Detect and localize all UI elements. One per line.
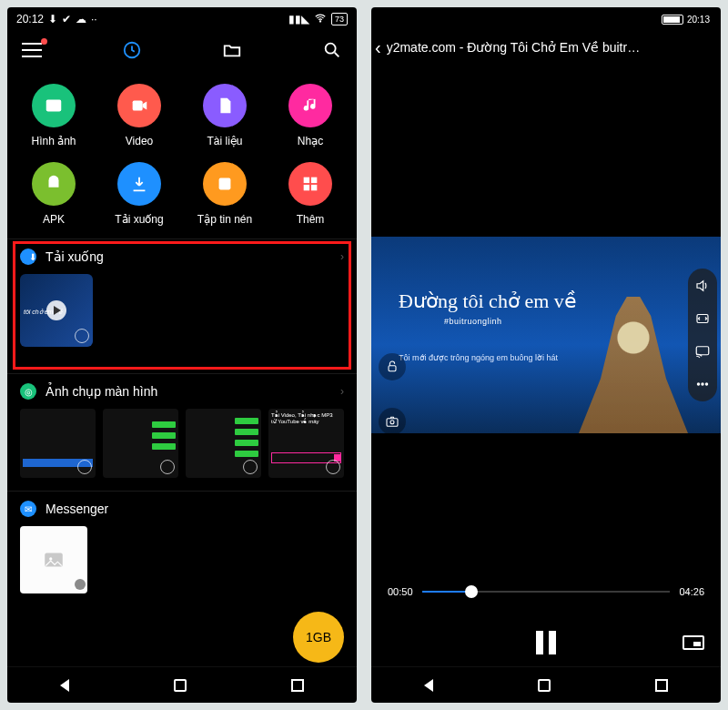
phone-left-file-manager: 20:12 ⬇ ✔ ☁ ·· ▮▮◣ 73 Hình ảnh Video Tài… [7, 7, 357, 703]
section-screenshots-title: Ảnh chụp màn hình [46, 384, 157, 399]
pip-button[interactable] [682, 635, 704, 650]
svg-rect-13 [311, 185, 317, 190]
cast-icon[interactable] [694, 343, 711, 360]
svg-rect-17 [387, 419, 398, 427]
side-control-panel [688, 269, 717, 401]
player-topbar: ‹ y2mate.com - Đường Tôi Chở Em Về buitr… [371, 31, 721, 64]
check-indicator-icon: ✔ [62, 13, 71, 25]
image-icon [32, 84, 76, 127]
nav-back-icon[interactable] [424, 679, 433, 692]
storage-fab[interactable]: 1GB [293, 612, 344, 663]
svg-rect-12 [304, 185, 309, 190]
section-messenger[interactable]: ✉ Messenger [7, 491, 357, 606]
status-bar: 20:12 ⬇ ✔ ☁ ·· ▮▮◣ 73 [7, 7, 357, 31]
category-doc[interactable]: Tài liệu [182, 84, 268, 147]
storage-fab-label: 1GB [306, 630, 331, 644]
download-thumbnail[interactable]: tôi chở em về [20, 274, 93, 347]
rotate-icon[interactable] [694, 310, 711, 327]
section-screenshots[interactable]: ◎ Ảnh chụp màn hình › Tải Video, Tải nhạ… [7, 373, 357, 491]
app-toolbar [7, 31, 357, 69]
battery-indicator: 73 [331, 13, 348, 25]
system-navbar [7, 666, 357, 703]
screenshot-thumb[interactable] [186, 409, 261, 478]
doc-icon [203, 84, 247, 127]
nav-home-icon[interactable] [538, 679, 551, 692]
video-overlay-title: Đường tôi chở em về [399, 289, 577, 313]
screenshot-thumb[interactable] [20, 409, 96, 478]
svg-rect-11 [311, 178, 317, 183]
chevron-right-icon: › [340, 250, 344, 263]
category-label: Tải xuống [115, 213, 163, 226]
svg-rect-10 [304, 178, 309, 183]
thumb-dot-icon [75, 579, 86, 590]
time-current: 00:50 [388, 586, 413, 597]
download-icon [117, 162, 161, 206]
nav-recent-icon[interactable] [291, 679, 304, 692]
category-label: Nhạc [298, 135, 323, 147]
more-notifications-icon: ·· [91, 13, 97, 25]
category-grid: Hình ảnh Video Tài liệu Nhạc APK Tải xuố… [7, 69, 357, 238]
zip-icon: ZIP [203, 162, 247, 206]
notification-dot-icon [41, 38, 47, 45]
category-more[interactable]: Thêm [268, 162, 353, 226]
chevron-right-icon: › [340, 385, 344, 398]
battery-icon [662, 15, 683, 25]
video-overlay-subtitle: #buitruonglinh [444, 317, 502, 326]
nav-home-icon[interactable] [174, 679, 187, 692]
category-label: Tài liệu [207, 135, 242, 147]
svg-point-23 [705, 383, 707, 385]
wifi-icon [314, 12, 327, 27]
screenshot-thumb[interactable] [103, 409, 178, 478]
category-label: Video [126, 135, 153, 147]
svg-point-22 [702, 383, 703, 385]
svg-rect-20 [696, 347, 709, 355]
category-image[interactable]: Hình ảnh [11, 84, 96, 147]
download-indicator-icon: ⬇ [48, 13, 57, 25]
category-label: Tập tin nén [197, 213, 252, 226]
progress-bar[interactable]: 00:50 04:26 [371, 586, 721, 597]
status-time: 20:12 [16, 13, 44, 25]
status-time: 20:13 [687, 15, 710, 25]
recent-icon[interactable] [122, 40, 142, 60]
svg-point-0 [319, 20, 320, 21]
back-button[interactable]: ‹ [375, 37, 381, 58]
seek-knob[interactable] [465, 585, 478, 598]
section-downloads-title: Tải xuống [46, 249, 104, 264]
more-icon [288, 162, 332, 206]
svg-point-18 [390, 421, 394, 424]
volume-icon[interactable] [694, 278, 711, 294]
system-navbar [371, 666, 721, 703]
messenger-badge-icon: ✉ [20, 501, 36, 517]
folder-icon[interactable] [222, 40, 242, 60]
lock-button[interactable] [379, 353, 406, 380]
search-icon[interactable] [322, 40, 342, 60]
seek-track[interactable] [422, 591, 671, 593]
screenshot-button[interactable] [379, 408, 406, 435]
section-downloads[interactable]: ⬇ Tải xuống › tôi chở em về [7, 238, 357, 373]
video-overlay-lyric: Tôi mới được trông ngóng em buông lời há… [399, 353, 558, 362]
video-artwork [579, 297, 688, 433]
phone-right-video-player: 20:13 ‹ y2mate.com - Đường Tôi Chở Em Về… [371, 7, 721, 703]
time-total: 04:26 [679, 586, 704, 597]
music-icon [288, 84, 332, 127]
category-zip[interactable]: ZIP Tập tin nén [182, 162, 268, 226]
category-download[interactable]: Tải xuống [96, 162, 182, 226]
screenshot-thumb[interactable]: Tải Video, Tải nhạc MP3 từ YouTube về má… [268, 409, 344, 478]
category-apk[interactable]: APK [11, 162, 96, 226]
screenshot-badge-icon: ◎ [20, 383, 36, 400]
video-surface[interactable]: Đường tôi chở em về #buitruonglinh Tôi m… [371, 237, 721, 433]
video-icon [117, 84, 161, 127]
category-video[interactable]: Video [96, 84, 182, 147]
status-bar: 20:13 [371, 7, 721, 31]
more-icon[interactable] [694, 376, 711, 392]
nav-recent-icon[interactable] [655, 679, 668, 692]
section-messenger-title: Messenger [46, 502, 108, 516]
category-music[interactable]: Nhạc [268, 84, 353, 147]
category-label: Hình ảnh [31, 135, 76, 147]
svg-point-15 [49, 557, 52, 560]
menu-button[interactable] [22, 43, 42, 57]
pause-button[interactable] [536, 631, 556, 654]
svg-point-2 [326, 44, 336, 54]
nav-back-icon[interactable] [60, 679, 69, 692]
video-title: y2mate.com - Đường Tôi Chở Em Về buitr… [387, 40, 713, 55]
